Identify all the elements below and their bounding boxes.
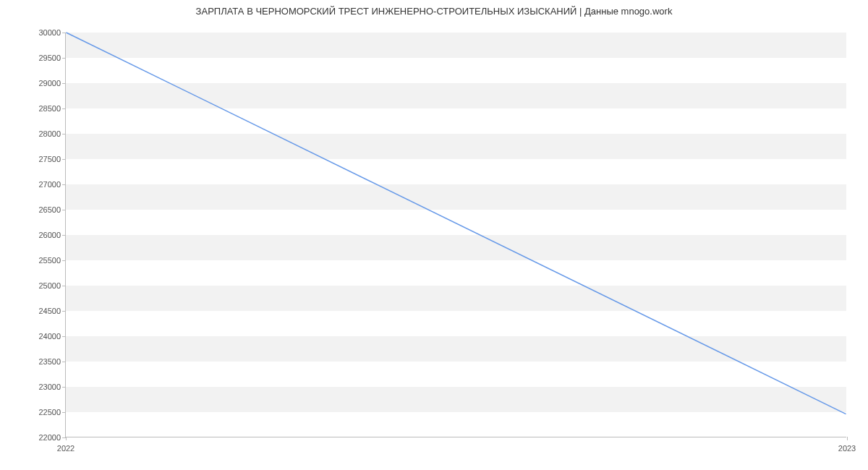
y-tick-mark <box>62 311 66 312</box>
y-tick-mark <box>62 184 66 185</box>
y-tick-mark <box>62 58 66 59</box>
y-tick-label: 28500 <box>26 104 61 113</box>
y-tick-label: 26500 <box>26 205 61 214</box>
y-tick-label: 22000 <box>26 433 61 442</box>
chart-container: ЗАРПЛАТА В ЧЕРНОМОРСКИЙ ТРЕСТ ИНЖЕНЕРНО-… <box>0 0 868 470</box>
x-tick-mark <box>847 437 848 440</box>
y-tick-label: 26000 <box>26 231 61 239</box>
chart-title: ЗАРПЛАТА В ЧЕРНОМОРСКИЙ ТРЕСТ ИНЖЕНЕРНО-… <box>0 6 868 17</box>
y-tick-mark <box>62 362 66 362</box>
y-tick-mark <box>62 83 66 84</box>
y-tick-mark <box>62 260 66 261</box>
y-tick-label: 28000 <box>26 129 61 138</box>
y-tick-label: 27000 <box>26 180 61 189</box>
y-tick-mark <box>62 387 66 388</box>
y-tick-mark <box>62 134 66 134</box>
y-tick-label: 23500 <box>26 357 61 366</box>
y-tick-label: 24000 <box>26 332 61 341</box>
y-tick-mark <box>62 235 66 236</box>
y-tick-label: 25500 <box>26 256 61 265</box>
y-tick-mark <box>62 412 66 413</box>
y-tick-label: 29500 <box>26 54 61 62</box>
x-tick-label: 2023 <box>838 444 856 453</box>
y-tick-label: 30000 <box>26 28 61 37</box>
y-tick-mark <box>62 108 66 109</box>
y-tick-label: 24500 <box>26 307 61 315</box>
y-tick-mark <box>62 159 66 160</box>
x-tick-label: 2022 <box>57 444 75 453</box>
y-tick-mark <box>62 286 66 286</box>
y-tick-label: 29000 <box>26 79 61 87</box>
y-tick-mark <box>62 33 66 33</box>
y-tick-label: 22500 <box>26 408 61 416</box>
x-tick-mark <box>66 437 67 440</box>
y-tick-label: 25000 <box>26 281 61 290</box>
y-tick-mark <box>62 210 66 210</box>
plot-area: 2200022500230002350024000245002500025500… <box>65 33 846 437</box>
y-tick-label: 23000 <box>26 383 61 391</box>
line-layer <box>66 33 846 437</box>
y-tick-mark <box>62 336 66 337</box>
series-line <box>66 33 846 414</box>
y-tick-label: 27500 <box>26 155 61 163</box>
